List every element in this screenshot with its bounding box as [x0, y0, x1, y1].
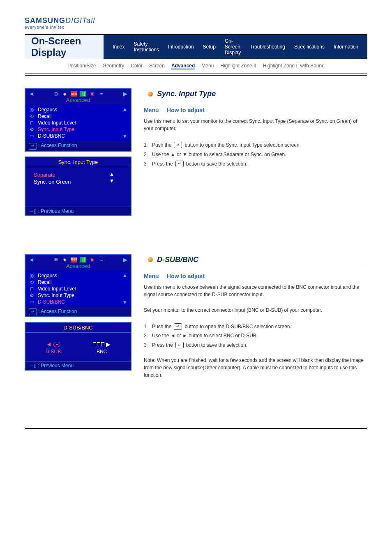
- menu-icon: ▭: [98, 91, 104, 97]
- position-icon: ⊞: [53, 91, 59, 97]
- arrow-right-icon: ▶: [106, 341, 111, 348]
- osd-panel-title: Advanced: [25, 97, 131, 105]
- step-text: Press the: [152, 159, 173, 169]
- dsub-bnc-icon: ▭: [29, 133, 35, 139]
- page-title: On-Screen Display: [31, 35, 104, 58]
- bullet-icon: [148, 257, 153, 262]
- osd-prev-hint: →▯ : Previous Menu: [25, 361, 131, 370]
- section-title: Sync. Input Type: [157, 90, 216, 98]
- arrow-down-icon: ▼: [109, 178, 114, 184]
- tab-setup[interactable]: Setup: [201, 42, 218, 51]
- step-after: button to save the selection.: [186, 159, 247, 169]
- degauss-icon: ◎: [29, 273, 35, 279]
- arrow-up-icon: ▲: [122, 272, 127, 278]
- exit-icon: →▯: [29, 363, 37, 368]
- step-after: button to save the selection.: [186, 341, 247, 350]
- logo-brand: SAMSUNG: [25, 16, 65, 25]
- instr-menu-label: Menu: [144, 273, 159, 279]
- step-text: Push the: [152, 322, 171, 332]
- instr-steps: 1 Push the ↵ button to open the Sync. In…: [144, 140, 367, 168]
- section-sync-input-type: ◄ ⊞ ◈ RGB ||| ▣ ▭ ▶ Advanced ◎Degauss ⟲R…: [25, 88, 367, 221]
- subtab-highlight2[interactable]: Highlight Zone II: [220, 63, 256, 69]
- exit-icon: →▯: [29, 208, 37, 214]
- step-text: Push the: [152, 140, 171, 150]
- geometry-icon: ◈: [62, 91, 68, 97]
- tab-intro[interactable]: Introduction: [166, 42, 196, 51]
- osd-advanced-panel-1: ◄ ⊞ ◈ RGB ||| ▣ ▭ ▶ Advanced ◎Degauss ⟲R…: [25, 88, 131, 152]
- subtab-position[interactable]: Position/Size: [67, 63, 96, 69]
- header-bar: On-Screen Display Index Safety Instructi…: [25, 35, 367, 59]
- osd-access-hint: ↵ : Access Function: [25, 307, 131, 317]
- osd-sub-title: D-SUB/BNC: [25, 323, 131, 333]
- dsub-connector-icon: ▪▪▪: [53, 342, 61, 347]
- list-degauss: Degauss: [38, 107, 57, 113]
- section-title: D-SUB/BNC: [157, 256, 198, 264]
- tab-safety[interactable]: Safety Instructions: [131, 39, 161, 54]
- instr-description: Use this menu to set your monitor to the…: [144, 117, 367, 132]
- logo: SAMSUNGDIGITall everyone's invited: [25, 16, 367, 30]
- video-level-icon: ⊓: [29, 120, 35, 126]
- enter-icon: ↵: [175, 161, 184, 167]
- subtab-menu[interactable]: Menu: [201, 63, 214, 69]
- step-text: Use the ▲ or ▼ button to select Separate…: [152, 150, 286, 159]
- logo-suffix: DIGITall: [65, 16, 95, 25]
- instr-description-2: Set your monitor to the correct connecto…: [144, 306, 367, 314]
- enter-icon: ↵: [174, 323, 182, 330]
- enter-icon: ↵: [175, 342, 184, 348]
- screen-icon: |||: [80, 257, 86, 263]
- list-recall: Recall: [38, 113, 51, 119]
- subtab-screen[interactable]: Screen: [149, 63, 165, 69]
- step-text: Press the: [152, 341, 173, 350]
- top-tabs: Index Safety Instructions Introduction S…: [104, 35, 367, 59]
- sync-type-icon: ⚙: [29, 127, 35, 132]
- osd-advanced-panel-2: ◄ ⊞ ◈ RGB ||| ▣ ▭ ▶ Advanced ◎Degauss ⟲R…: [25, 254, 131, 318]
- arrow-down-icon: ▼: [122, 299, 127, 305]
- option-dsub: ◄▪▪▪ D-SUB: [46, 341, 61, 355]
- rgb-icon: RGB: [71, 91, 77, 97]
- advanced-icon: ▣: [89, 91, 95, 97]
- tab-index[interactable]: Index: [110, 42, 127, 51]
- step-number: 1: [144, 322, 150, 332]
- menu-icon: ▭: [98, 257, 104, 263]
- advanced-icon: ▣: [89, 257, 95, 263]
- arrow-down-icon: ▼: [122, 134, 127, 139]
- subtab-color[interactable]: Color: [131, 63, 143, 69]
- osd-dsub-subpanel: D-SUB/BNC ◄▪▪▪ D-SUB ▶ BNC →▯ : Previous…: [25, 322, 131, 371]
- instr-description-1: Use this menu to choose between the sign…: [144, 283, 367, 298]
- instr-menu-label: Menu: [144, 107, 159, 113]
- arrow-right-icon: ▶: [123, 256, 127, 263]
- enter-icon: ↵: [29, 143, 37, 150]
- section-dsub-bnc: ◄ ⊞ ◈ RGB ||| ▣ ▭ ▶ Advanced ◎Degauss ⟲R…: [25, 254, 367, 387]
- tab-info[interactable]: Information: [331, 42, 361, 51]
- tab-specs[interactable]: Specifications: [292, 42, 327, 51]
- subtab-geometry[interactable]: Geometry: [103, 63, 125, 69]
- geometry-icon: ◈: [62, 257, 68, 263]
- list-sync-type: Sync. Input Type: [38, 127, 74, 132]
- recall-icon: ⟲: [29, 113, 35, 119]
- divider-double: [25, 74, 367, 76]
- list-dsub-bnc: D-SUB/BNC: [38, 299, 65, 305]
- instr-how-label: How to adjust: [167, 273, 205, 279]
- osd-prev-hint: →▯ : Previous Menu: [25, 207, 131, 215]
- dsub-bnc-icon: ▭: [29, 299, 35, 305]
- subtab-highlight2-sound[interactable]: Highlight Zone II with Sound: [263, 63, 325, 69]
- step-after: button to open the D-SUB/BNC selection s…: [184, 322, 291, 332]
- video-level-icon: ⊓: [29, 286, 35, 292]
- list-video-input: Video Input Level: [38, 120, 76, 126]
- step-number: 2: [144, 331, 150, 341]
- position-icon: ⊞: [53, 257, 59, 263]
- list-degauss: Degauss: [38, 273, 57, 279]
- subtab-advanced[interactable]: Advanced: [171, 63, 195, 69]
- arrow-left-icon: ◄: [29, 90, 35, 97]
- osd-sub-title: Sync. Input Type: [25, 157, 131, 167]
- osd-access-hint: ↵ : Access Function: [25, 141, 131, 151]
- list-dsub-bnc: D-SUB/BNC: [38, 133, 65, 139]
- sub-tabs: Position/Size Geometry Color Screen Adva…: [25, 59, 367, 72]
- osd-sync-subpanel: Sync. Input Type Separate Sync. on Green…: [25, 157, 131, 216]
- osd-panel-title: Advanced: [25, 263, 131, 271]
- tab-osd[interactable]: On-Screen Display: [222, 37, 243, 57]
- sync-type-icon: ⚙: [29, 292, 35, 298]
- rgb-icon: RGB: [71, 257, 77, 263]
- step-number: 2: [144, 150, 150, 159]
- tab-trouble[interactable]: Troubleshooting: [247, 42, 288, 51]
